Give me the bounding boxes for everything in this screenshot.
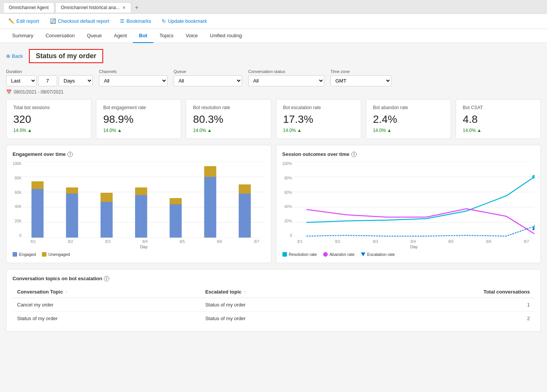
duration-preset-select[interactable]: Last: [6, 75, 37, 86]
nav-tab-summary[interactable]: Summary: [6, 29, 40, 43]
channels-select[interactable]: All: [99, 75, 167, 86]
page-title: Status of my order: [29, 49, 103, 63]
timezone-filter: Time zone GMT: [330, 69, 391, 86]
update-icon: ↻: [162, 18, 166, 24]
kpi-bot-engagement-rate: Bot engagement rate 98.9% 14.0% ▲: [96, 99, 181, 139]
session-info-icon[interactable]: i: [351, 152, 357, 157]
svg-rect-7: [32, 181, 44, 189]
duration-number-input[interactable]: [38, 75, 57, 86]
edit-report-button[interactable]: ✏️ Edit report: [6, 17, 41, 25]
kpi-bot-abandon-rate: Bot abandon rate 2.4% 14.0% ▲: [366, 99, 451, 139]
kpi-bot-csat: Bot CSAT 4.8 14.0% ▲: [456, 99, 541, 139]
session-outcomes-chart-title: Session outcomes over time i: [282, 151, 535, 157]
conversation-topics-table-section: Conversation topics on bot escalation i …: [6, 269, 541, 332]
trend-up-icon: ▲: [117, 128, 122, 133]
engagement-chart-title: Engagement over time i: [13, 151, 265, 157]
toolbar: ✏️ Edit report 🔄 Checkout default report…: [0, 14, 547, 29]
back-button[interactable]: ⊕ Back: [6, 53, 23, 59]
sort-topic-icon[interactable]: ↑: [65, 290, 67, 294]
svg-rect-9: [66, 187, 78, 194]
kpi-row: Total bot sessions 320 14.0% ▲ Bot engag…: [6, 99, 541, 139]
svg-rect-16: [204, 177, 217, 238]
session-outcomes-chart-card: Session outcomes over time i 100%80%60%4…: [276, 145, 541, 263]
date-range: 📅 08/01/2021 - 08/07/2021: [6, 89, 541, 95]
table-info-icon[interactable]: i: [104, 276, 109, 281]
svg-rect-12: [135, 195, 147, 238]
duration-filter: Duration Last Days: [6, 69, 93, 86]
svg-rect-11: [101, 193, 113, 202]
col-header-topic: Conversation Topic ↑: [13, 286, 201, 298]
queue-filter: Queue All: [174, 69, 242, 86]
update-bookmark-button[interactable]: ↻ Update bookmark: [159, 17, 209, 25]
conv-status-select[interactable]: All: [248, 75, 324, 86]
kpi-bot-escalation-rate: Bot escalation rate 17.3% 14.0% ▲: [276, 99, 361, 139]
filters-row: Duration Last Days Channels All Queue Al…: [6, 69, 541, 86]
trend-up-icon: ▲: [297, 128, 302, 133]
nav-tab-bot[interactable]: Bot: [133, 29, 153, 43]
nav-tab-conversation[interactable]: Conversation: [40, 29, 81, 43]
svg-rect-17: [204, 166, 217, 177]
conv-status-filter: Conversation status All: [248, 69, 324, 86]
channels-filter: Channels All: [99, 69, 167, 86]
nav-tab-agent[interactable]: Agent: [108, 29, 133, 43]
nav-tab-unified-routing[interactable]: Unified routing: [204, 29, 248, 43]
engagement-info-icon[interactable]: i: [67, 152, 73, 157]
kpi-total-bot-sessions: Total bot sessions 320 14.0% ▲: [6, 99, 91, 139]
svg-rect-15: [170, 198, 182, 204]
checkout-default-button[interactable]: 🔄 Checkout default report: [48, 17, 112, 25]
nav-tab-queue[interactable]: Queue: [81, 29, 108, 43]
main-content: ⊕ Back Status of my order Duration Last …: [0, 43, 547, 392]
engagement-bar-chart-svg: [23, 162, 265, 238]
session-outcomes-chart-legend: Resolution rate Abandon rate Escalation …: [282, 252, 535, 257]
trend-up-icon: ▲: [207, 128, 212, 133]
close-tab-icon[interactable]: ✕: [122, 5, 126, 10]
timezone-select[interactable]: GMT: [330, 75, 391, 86]
nav-tabs: Summary Conversation Queue Agent Bot Top…: [0, 29, 547, 43]
svg-rect-8: [66, 194, 78, 238]
col-header-escalated: Escalated topic ↑: [201, 286, 359, 298]
svg-rect-19: [239, 184, 251, 194]
sort-escalated-icon[interactable]: ↑: [244, 290, 246, 294]
engagement-chart-card: Engagement over time i 100K80K60K40K20K0: [6, 145, 271, 263]
tab-omnichannel-historical[interactable]: Omnichannel historical ana... ✕: [55, 2, 131, 13]
trend-up-icon: ▲: [387, 128, 392, 133]
conversation-topics-table: Conversation Topic ↑ Escalated topic ↑ T…: [13, 286, 534, 325]
table-row: Status of my order Status of my order 2: [13, 312, 534, 325]
kpi-bot-resolution-rate: Bot resolution rate 80.3% 14.0% ▲: [186, 99, 271, 139]
session-outcomes-line-chart-svg: [293, 162, 534, 238]
queue-select[interactable]: All: [174, 75, 242, 86]
svg-rect-18: [239, 194, 251, 238]
tab-omnichannel-agent[interactable]: Omnichannel Agent: [3, 2, 54, 13]
nav-tab-voice[interactable]: Voice: [180, 29, 204, 43]
back-circle-icon: ⊕: [6, 53, 10, 59]
pencil-icon: ✏️: [8, 18, 14, 24]
trend-up-icon: ▲: [477, 128, 482, 133]
engagement-chart-legend: Engaged Unengaged: [13, 252, 265, 257]
calendar-icon: 📅: [6, 89, 12, 95]
svg-rect-14: [170, 204, 182, 238]
svg-rect-6: [32, 189, 44, 238]
trend-up-icon: ▲: [27, 128, 32, 133]
charts-row: Engagement over time i 100K80K60K40K20K0: [6, 145, 541, 263]
table-row: Cancel my order Status of my order 1: [13, 298, 534, 312]
duration-unit-select[interactable]: Days: [59, 75, 93, 86]
nav-tab-topics[interactable]: Topics: [153, 29, 180, 43]
svg-rect-10: [101, 202, 113, 238]
add-tab-button[interactable]: +: [132, 3, 142, 13]
table-title: Conversation topics on bot escalation i: [13, 276, 534, 281]
title-row: ⊕ Back Status of my order: [6, 49, 541, 63]
col-header-total: Total conversations: [359, 286, 534, 298]
bookmark-icon: ☰: [120, 18, 124, 24]
refresh-icon: 🔄: [50, 18, 56, 24]
svg-rect-13: [135, 187, 147, 195]
bookmarks-button[interactable]: ☰ Bookmarks: [118, 17, 153, 25]
